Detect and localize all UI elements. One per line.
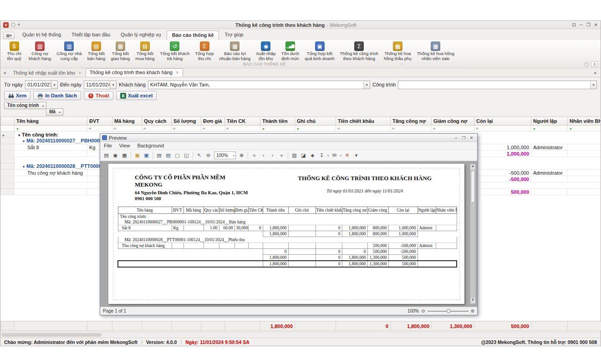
app-menu-icon[interactable]: ▦▾ — [3, 32, 15, 39]
ribbon-button[interactable]: ▤Tổng kết bán hàng — [84, 41, 108, 61]
last-page-icon[interactable]: » — [277, 151, 286, 160]
ribbon-button[interactable]: ΣTổng hợp thu chi — [192, 41, 216, 61]
view-button[interactable]: Xem — [4, 91, 31, 100]
chevron-down-icon[interactable]: ▼ — [590, 81, 596, 89]
zoom-out-icon[interactable]: ⊖ — [204, 151, 213, 160]
grid-column-header[interactable]: Tiền chiết khấu — [336, 117, 391, 126]
ribbon-button[interactable]: ▁▄▇Tồn dưới định mức — [279, 41, 302, 61]
grid-filter-cell[interactable]: ▼ — [295, 126, 336, 131]
close-preview-icon[interactable]: ✕ — [343, 151, 351, 160]
grid-filter-cell[interactable]: = — [142, 126, 172, 131]
ribbon-button[interactable]: ▥Công nợ nhà cung cấp — [54, 41, 84, 61]
project-select[interactable]: ▼ — [398, 81, 597, 89]
next-page-icon[interactable]: › — [268, 151, 277, 160]
group-chip-project[interactable]: Tên công trình▲ — [4, 102, 46, 109]
group-expand-icon[interactable]: ▾ — [23, 165, 25, 169]
grid-filter-cell[interactable]: ▼ — [568, 126, 601, 131]
from-date-input[interactable]: 01/01/2021▼ — [25, 81, 58, 89]
grid-column-header[interactable]: Thành tiền — [260, 117, 295, 126]
grid-column-header[interactable]: ĐVT — [87, 117, 112, 126]
tab-close-icon[interactable]: ✕ — [78, 71, 81, 75]
print-icon[interactable]: ▤ — [155, 151, 163, 160]
grid-column-header[interactable]: Mã hàng — [112, 117, 142, 126]
zoom-slider-thumb[interactable] — [447, 309, 451, 313]
document-map-icon[interactable]: ▤ — [102, 151, 111, 160]
menu-tab[interactable]: Quản lý nghiệp vụ — [116, 30, 166, 40]
export-excel-button[interactable]: X Xuất excel — [116, 91, 157, 100]
close-icon[interactable]: ✕ — [594, 23, 598, 27]
ribbon-button[interactable]: ΣThống kê công trình theo khách hàng — [337, 41, 382, 61]
grid-column-header[interactable]: Tên hàng — [15, 117, 87, 126]
menu-file[interactable]: File — [100, 143, 116, 148]
grid-column-header[interactable]: Nhân viên BH — [568, 117, 601, 126]
pointer-icon[interactable]: ↖ — [195, 151, 204, 160]
menu-tab[interactable]: Trợ giúp — [219, 30, 248, 40]
grid-filter-cell[interactable]: = — [225, 126, 260, 131]
grid-column-header[interactable]: Ghi chú — [295, 117, 336, 126]
customer-select[interactable]: KHTAM, Nguyễn Văn Tam,▼ — [148, 81, 370, 89]
minimize-icon[interactable]: ─ — [580, 23, 583, 27]
grid-column-header[interactable]: Tiền CK — [225, 117, 260, 126]
preview-maximize-icon[interactable]: ❐ — [460, 136, 468, 140]
open-icon[interactable]: ▣ — [133, 151, 142, 160]
scrollbar-thumb[interactable] — [1, 333, 102, 337]
ribbon-button[interactable]: ▣Tổng hợp kết quả kinh doanh — [302, 41, 337, 61]
group-expand-icon[interactable]: ▾ — [23, 139, 25, 143]
quick-print-icon[interactable]: ▤ — [164, 151, 173, 160]
maximize-icon[interactable]: ❐ — [586, 23, 591, 27]
ribbon-options-icon[interactable]: ◯ — [584, 62, 589, 66]
grid-column-header[interactable]: Tăng công nợ — [391, 117, 432, 126]
preview-titlebar[interactable]: Preview ─ ❐ ✕ — [100, 134, 477, 142]
ribbon-button[interactable]: ↺Tổng kết khách trả hàng — [157, 41, 192, 61]
watermark-icon[interactable]: ◈ — [308, 151, 317, 160]
grid-filter-cell[interactable]: = — [474, 126, 531, 131]
fullscreen-icon[interactable]: ⊡ — [572, 23, 576, 27]
ribbon-button[interactable]: ▦Báo cáo lợi nhuận bán hàng — [217, 41, 254, 61]
chevron-down-icon[interactable]: ▾ — [339, 154, 342, 157]
group-expand-icon[interactable]: ▾ — [18, 133, 20, 137]
chevron-down-icon[interactable]: ▼ — [363, 81, 370, 89]
menu-tab[interactable]: Báo cáo thống kê — [167, 30, 219, 40]
ribbon-button[interactable]: ◉Xuất nhập tồn kho — [253, 41, 278, 61]
scroll-up-icon[interactable]: ▲ — [470, 164, 475, 170]
chevron-down-icon[interactable]: ▼ — [110, 81, 116, 89]
zoom-select[interactable]: 100%▾ — [214, 152, 236, 159]
grid-column-header[interactable]: Giảm công nợ — [432, 117, 474, 126]
document-tab[interactable]: Thống kê công trình theo khách hàng✕ — [86, 68, 183, 77]
grid-column-header[interactable]: Còn lại — [474, 117, 531, 126]
prev-page-icon[interactable]: ‹ — [259, 151, 268, 160]
grid-filter-cell[interactable]: ▼ — [260, 126, 295, 131]
page-setup-icon[interactable]: ▢ — [173, 151, 182, 160]
preview-minimize-icon[interactable]: ─ — [452, 136, 460, 140]
save-icon[interactable]: ▣ — [142, 151, 151, 160]
ribbon-collapse-icon[interactable]: ∧ — [591, 61, 598, 67]
grid-filter-cell[interactable]: = — [112, 126, 142, 131]
menu-view[interactable]: View — [116, 143, 134, 148]
ribbon-button[interactable]: ▦Tổng kết giao hàng — [108, 41, 132, 61]
grid-filter-cell[interactable]: = — [391, 126, 432, 131]
print-list-button[interactable]: In Danh Sách — [33, 91, 81, 100]
grid-column-header[interactable]: Số lượng — [172, 117, 201, 126]
zoom-in-icon[interactable]: ⊕ — [237, 151, 246, 160]
grid-filter-cell[interactable]: = — [336, 126, 391, 131]
export-icon[interactable]: ↧ — [317, 151, 326, 160]
email-icon[interactable]: ✉ — [330, 151, 339, 160]
zoom-out-button[interactable]: ⊖ — [421, 308, 425, 313]
grid-filter-cell[interactable]: = — [172, 126, 201, 131]
exit-button[interactable]: Thoát — [84, 91, 113, 100]
grid-filter-cell[interactable]: ▼ — [531, 126, 568, 131]
ribbon-button[interactable]: ▥Công nợ khách hàng — [26, 41, 54, 61]
multi-page-icon[interactable]: ▥ — [290, 151, 299, 160]
grid-column-header[interactable]: Đơn giá — [201, 117, 225, 126]
preview-close-icon[interactable]: ✕ — [468, 136, 475, 140]
menu-tab[interactable]: Quản trị hệ thống — [17, 30, 66, 40]
ribbon-button[interactable]: ▦Thống kê hoa hồng nhân viên sale — [414, 41, 457, 61]
first-page-icon[interactable]: « — [250, 151, 259, 160]
scale-icon[interactable]: ◱ — [182, 151, 191, 160]
grid-column-header[interactable]: Quy cách — [142, 117, 172, 126]
menu-background[interactable]: Background — [133, 143, 168, 148]
menu-tab[interactable]: Thiết lập ban đầu — [66, 30, 115, 40]
zoom-slider[interactable] — [428, 311, 469, 312]
chevron-down-icon[interactable]: ▾ — [326, 154, 330, 157]
page-color-icon[interactable]: ◪ — [299, 151, 308, 160]
